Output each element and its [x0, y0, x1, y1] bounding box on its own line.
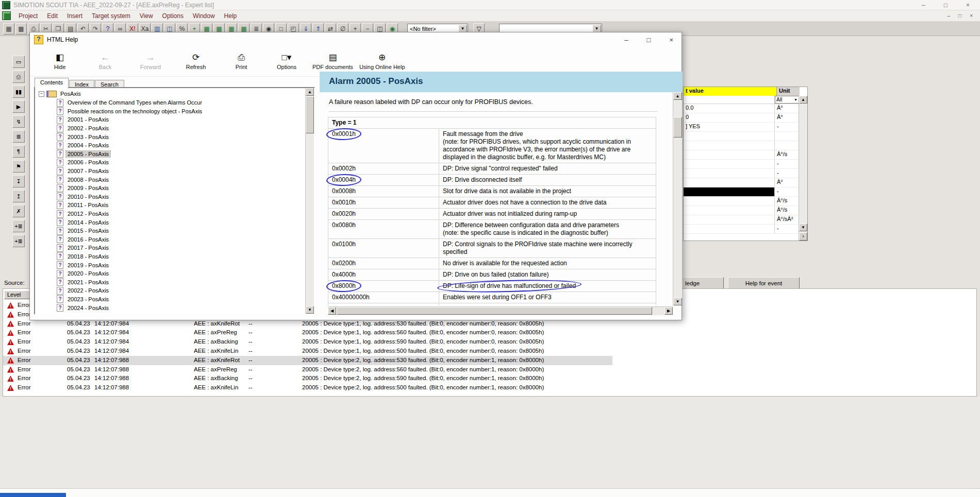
left-toolbar-button[interactable]: ▶ — [12, 100, 25, 113]
menu-item[interactable]: Options — [158, 11, 188, 21]
menu-item[interactable]: Target system — [87, 11, 135, 21]
unit-cell[interactable]: Â°/s — [775, 206, 796, 215]
acknowledge-button[interactable]: ledge — [683, 277, 724, 289]
value-cell[interactable] — [684, 215, 775, 224]
value-cell[interactable]: 0.0 — [684, 104, 775, 113]
unit-cell[interactable]: Â°/s — [775, 150, 796, 159]
minimize-button[interactable]: – — [922, 2, 925, 9]
tree-item[interactable]: 20023 - PosAxis — [36, 295, 305, 304]
value-row[interactable]: Â°/s — [684, 150, 807, 160]
left-toolbar-button[interactable]: +≣ — [12, 235, 25, 247]
value-row[interactable]: Â°/s — [684, 197, 807, 206]
alarm-row[interactable]: Error 05.04.23 14:12:07:984 AEE : axKnif… — [3, 347, 976, 356]
tree-item[interactable]: 20019 - PosAxis — [36, 261, 305, 269]
value-row[interactable]: ] YES - — [684, 123, 807, 132]
value-row[interactable]: - — [684, 225, 807, 234]
unit-column-header[interactable]: Unit — [777, 87, 800, 96]
unit-cell[interactable]: Â° — [775, 113, 796, 122]
unit-cell[interactable] — [775, 141, 796, 150]
close-button[interactable]: × — [966, 2, 970, 9]
value-cell[interactable] — [684, 132, 775, 141]
value-row[interactable]: 0.0 Â° — [684, 104, 807, 113]
toolbar-button[interactable]: ▦ — [3, 23, 14, 35]
menu-item[interactable]: Insert — [62, 11, 87, 21]
value-cell[interactable] — [684, 169, 775, 178]
alarm-row[interactable]: Error 05.04.23 14:12:07:988 AEE : axKnif… — [3, 383, 976, 392]
options-button[interactable]: □▾ Options — [264, 49, 309, 75]
scroll-right-icon[interactable]: › — [799, 232, 807, 241]
left-toolbar-button[interactable]: ✗ — [12, 205, 25, 217]
value-cell[interactable] — [684, 141, 775, 150]
scrollbar-thumb[interactable] — [306, 96, 314, 133]
tree-item[interactable]: 20006 - PosAxis — [36, 158, 305, 167]
left-toolbar-button[interactable]: ▭ — [12, 56, 25, 68]
unit-cell[interactable]: Â° — [775, 104, 796, 113]
left-toolbar-button[interactable]: ▮▮ — [12, 85, 25, 98]
value-cell[interactable] — [684, 178, 775, 187]
refresh-button[interactable]: ⟳ Refresh — [173, 49, 219, 75]
left-toolbar-button[interactable]: ↧ — [12, 175, 25, 187]
left-toolbar-button[interactable]: +≣ — [12, 220, 25, 232]
alarm-row[interactable]: Error 05.04.23 14:12:07:984 AEE : axPreR… — [3, 328, 976, 337]
tree-item[interactable]: 20001 - PosAxis — [36, 115, 305, 124]
unit-cell[interactable]: - — [775, 187, 796, 196]
unit-cell[interactable] — [775, 132, 796, 141]
tree-item[interactable]: 20021 - PosAxis — [36, 278, 305, 286]
tree-item[interactable]: Overview of the Command Types when Alarm… — [36, 98, 305, 107]
scroll-down-icon[interactable]: ▼ — [306, 306, 314, 314]
left-toolbar-button[interactable]: ↯ — [12, 115, 25, 128]
unit-cell[interactable]: - — [775, 225, 796, 233]
alarm-row[interactable]: Error 05.04.23 14:12:07:984 AEE : axBack… — [3, 337, 976, 347]
scrollbar-thumb[interactable] — [337, 307, 652, 315]
alarm-row[interactable]: Error 05.04.23 14:12:07:984 AEE : axKnif… — [3, 319, 976, 329]
help-dialog-titlebar[interactable]: HTML Help – □ × — [30, 32, 682, 47]
content-horizontal-scrollbar[interactable]: ◀ ▶ — [328, 306, 673, 315]
tree-item[interactable]: 20024 - PosAxis — [36, 303, 305, 312]
unit-cell[interactable]: - — [775, 169, 796, 178]
value-row[interactable]: 0 Â° — [684, 113, 807, 123]
back-button[interactable]: ← Back — [82, 49, 128, 75]
value-cell[interactable]: 0 — [684, 113, 775, 122]
tree-item[interactable]: 20017 - PosAxis — [36, 244, 305, 252]
menu-item[interactable]: View — [135, 11, 158, 21]
unit-cell[interactable]: - — [775, 123, 796, 131]
tree-item[interactable]: 20011 - PosAxis — [36, 201, 305, 210]
tree-item[interactable]: Possible reactions on the technology obj… — [36, 107, 305, 116]
value-cell[interactable]: ] YES — [684, 123, 775, 131]
value-row[interactable]: Â°/sÂ² — [684, 215, 807, 225]
tree-scrollbar[interactable]: ▲ ▼ — [305, 88, 314, 314]
value-cell[interactable] — [684, 206, 775, 215]
scrollbar-thumb[interactable] — [673, 117, 682, 138]
pdf-documents-button[interactable]: ▤ PDF documents — [309, 49, 356, 75]
alarm-row[interactable]: Error 05.04.23 14:12:07:988 AEE : axKnif… — [3, 356, 976, 365]
tree-item[interactable]: 20008 - PosAxis — [36, 175, 305, 184]
left-toolbar-button[interactable]: ⚑ — [12, 160, 25, 173]
forward-button[interactable]: → Forward — [128, 49, 173, 75]
content-vertical-scrollbar[interactable]: ▲ ▼ — [673, 92, 682, 305]
help-close-button[interactable]: × — [669, 36, 673, 44]
tree-item[interactable]: 20015 - PosAxis — [36, 227, 305, 235]
unit-cell[interactable]: Â°/sÂ² — [775, 215, 796, 224]
menu-item[interactable]: Edit — [42, 11, 62, 21]
help-for-event-button[interactable]: Help for event — [728, 277, 800, 289]
left-toolbar-button[interactable]: ≣ — [12, 130, 25, 143]
menu-item[interactable]: Window — [188, 11, 220, 21]
alarm-row[interactable]: Error 05.04.23 14:12:07:988 AEE : axPreR… — [3, 365, 976, 374]
scroll-up-icon[interactable]: ▲ — [306, 88, 314, 96]
left-toolbar-button[interactable]: ⎙ — [12, 71, 25, 83]
unit-cell[interactable]: - — [775, 160, 796, 168]
mdi-close-button[interactable]: × — [970, 13, 973, 19]
tree-root[interactable]: PosAxis — [36, 89, 305, 98]
value-row[interactable]: - — [684, 160, 807, 169]
online-help-button[interactable]: ⊕ Using Online Help — [356, 49, 408, 75]
tree-item[interactable]: 20018 - PosAxis — [36, 252, 305, 261]
scroll-up-icon[interactable]: ▲ — [799, 96, 807, 104]
tree-item[interactable]: 20003 - PosAxis — [36, 132, 305, 141]
value-row[interactable]: - — [684, 187, 807, 197]
value-column-header[interactable]: t value — [684, 87, 777, 96]
tree-item[interactable]: 20022 - PosAxis — [36, 286, 305, 295]
tree-item[interactable]: 20007 - PosAxis — [36, 167, 305, 176]
value-cell[interactable] — [684, 197, 775, 205]
values-scrollbar[interactable]: ▲ ▼ › — [799, 96, 807, 241]
tree-item[interactable]: 20004 - PosAxis — [36, 141, 305, 150]
